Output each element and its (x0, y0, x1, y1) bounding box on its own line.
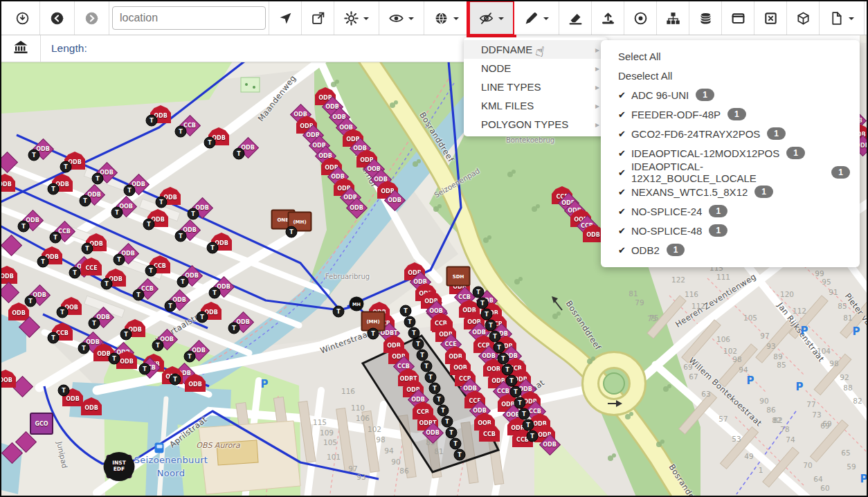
map-marker-t[interactable]: T (400, 305, 412, 317)
map-marker-t[interactable]: T (450, 438, 462, 450)
map-marker-t[interactable]: T (58, 385, 70, 397)
settings-button[interactable] (334, 1, 379, 35)
map-marker-t[interactable]: T (92, 173, 104, 185)
map-marker-t[interactable]: T (494, 342, 505, 354)
map-marker-t[interactable]: T (82, 243, 93, 255)
map-marker-t[interactable]: T (209, 287, 221, 299)
map-marker-t[interactable]: T (368, 328, 379, 340)
map-marker-t[interactable]: T (514, 397, 526, 409)
map-marker-t[interactable]: T (152, 340, 164, 352)
submenu-item-feeder-odf-48p[interactable]: ✔FEEDER-ODF-48P1 (601, 105, 860, 124)
export-file-button[interactable] (820, 1, 865, 35)
map-marker-sqp[interactable]: GCO (30, 413, 53, 435)
map-marker-t[interactable]: T (506, 375, 518, 387)
submenu-item-adc-96-uni[interactable]: ✔ADC 96-UNI1 (601, 85, 860, 105)
map-marker-t[interactable]: T (207, 242, 219, 254)
map-marker-t[interactable]: T (413, 338, 424, 350)
close-window-button[interactable] (754, 1, 787, 35)
back-button[interactable] (40, 1, 75, 35)
submenu-item-gco2-fd6-24trayx2pos[interactable]: ✔GCO2-FD6-24TRAYX2POS1 (601, 124, 860, 143)
map-marker-t[interactable]: T (89, 318, 100, 329)
map-marker-t[interactable]: T (489, 331, 501, 343)
map-marker-t[interactable]: T (510, 386, 522, 398)
eraser-button[interactable] (559, 1, 592, 35)
map-marker-t[interactable]: T (485, 320, 497, 332)
map-marker-t[interactable]: T (454, 449, 466, 461)
map-marker-d[interactable]: ODB (1, 235, 22, 256)
draw-button[interactable] (514, 1, 559, 35)
map-marker-t[interactable]: T (481, 309, 493, 320)
map-marker-t[interactable]: T (111, 207, 123, 219)
map-marker-t[interactable]: T (133, 289, 145, 301)
map-marker-t[interactable]: T (197, 311, 208, 323)
map-marker-d[interactable]: ODB (346, 197, 368, 219)
external-link-button[interactable] (302, 1, 334, 35)
submenu-item-no-splice-24[interactable]: ✔NO-SPLICE-241 (601, 201, 860, 221)
map-marker-t[interactable]: T (170, 374, 181, 386)
map-marker-t[interactable]: T (156, 197, 168, 208)
map-marker-t[interactable]: T (139, 363, 151, 375)
locate-button[interactable] (269, 1, 302, 35)
map-marker-d[interactable]: ODB (422, 422, 444, 444)
point-tool-button[interactable] (624, 1, 657, 35)
submenu-item-nexans-wtc1-5-8x12[interactable]: ✔NEXANS_WTC1.5_8X121 (601, 182, 860, 201)
map-marker-t[interactable]: T (233, 148, 245, 160)
map-marker-d[interactable]: CCB (19, 316, 40, 338)
map-marker-t[interactable]: T (518, 408, 530, 420)
map-marker-inst[interactable]: INST EDF (107, 455, 132, 478)
submenu-action-select-all[interactable]: Select All (601, 46, 860, 66)
map-marker-t[interactable]: T (25, 296, 37, 307)
download-circle-button[interactable] (6, 1, 40, 35)
map-marker-t[interactable]: T (188, 208, 199, 220)
basemap-button[interactable] (424, 1, 469, 35)
map-marker-t[interactable]: T (177, 276, 189, 288)
map-marker-t[interactable]: T (442, 416, 453, 428)
map-marker-t[interactable]: T (80, 195, 91, 207)
menu-item-line-types[interactable]: LINE TYPES▸ (464, 78, 608, 96)
map-marker-t[interactable]: T (69, 267, 81, 279)
map-marker-sqb[interactable]: SDH (446, 266, 471, 287)
map-marker-t[interactable]: T (50, 232, 62, 244)
map-marker-t[interactable]: T (417, 350, 428, 361)
submenu-action-deselect-all[interactable]: Deselect All (601, 66, 860, 85)
map-marker-t[interactable]: T (523, 419, 534, 431)
map-marker-t[interactable]: T (437, 405, 449, 417)
map-marker-d[interactable]: OOB (0, 282, 19, 303)
bank-icon-button[interactable] (1, 35, 41, 62)
map-marker-t[interactable]: T (408, 327, 420, 339)
map-marker-t[interactable]: T (60, 161, 72, 173)
database-button[interactable] (689, 1, 722, 35)
map-marker-t[interactable]: T (48, 332, 60, 344)
map-marker-t[interactable]: T (145, 265, 157, 277)
map-marker-t[interactable]: T (425, 372, 437, 383)
map-marker-t[interactable]: T (48, 183, 60, 195)
submenu-item-odb2[interactable]: ✔ODB21 (601, 240, 860, 260)
map-marker-t[interactable]: T (421, 361, 433, 372)
map-marker-t[interactable]: T (433, 394, 445, 406)
menu-item-polygon-types[interactable]: POLYGON TYPES▸ (464, 115, 608, 134)
map-marker-d[interactable]: ODB (0, 152, 18, 173)
submenu-item-ideaoptical-12modx12pos[interactable]: ✔IDEAOPTICAL-12MODX12POS1 (601, 143, 860, 163)
location-input[interactable] (112, 6, 266, 30)
map-marker-t[interactable]: T (101, 278, 113, 290)
menu-item-ddfname[interactable]: DDFNAME▸ (464, 40, 608, 59)
map-marker-t[interactable]: T (477, 298, 489, 309)
map-marker-t[interactable]: T (404, 316, 416, 328)
map-marker-t[interactable]: T (429, 383, 441, 395)
sitemap-button[interactable] (657, 1, 689, 35)
map-marker-t[interactable]: T (473, 287, 485, 298)
map-marker-t[interactable]: T (446, 427, 458, 439)
submenu-item-ideaoptical-12x12-boucle-locale[interactable]: ✔IDEAOPTICAL-12X12_BOUCLE_LOCALE1 (601, 163, 860, 182)
map-marker-t[interactable]: T (120, 329, 132, 341)
map-marker-d[interactable]: ODB (539, 434, 561, 455)
map-marker-t[interactable]: T (18, 221, 30, 233)
map-marker-t[interactable]: T (228, 323, 240, 334)
map-marker-t[interactable]: T (165, 300, 177, 312)
map-marker-t[interactable]: T (143, 219, 155, 231)
map-marker-t[interactable]: T (286, 226, 298, 238)
menu-item-kml-files[interactable]: KML FILES▸ (464, 96, 608, 115)
map-marker-t[interactable]: T (37, 256, 49, 268)
map-marker-t[interactable]: T (124, 185, 136, 197)
visibility-button[interactable] (379, 1, 424, 35)
map-marker-t[interactable]: T (204, 137, 216, 149)
